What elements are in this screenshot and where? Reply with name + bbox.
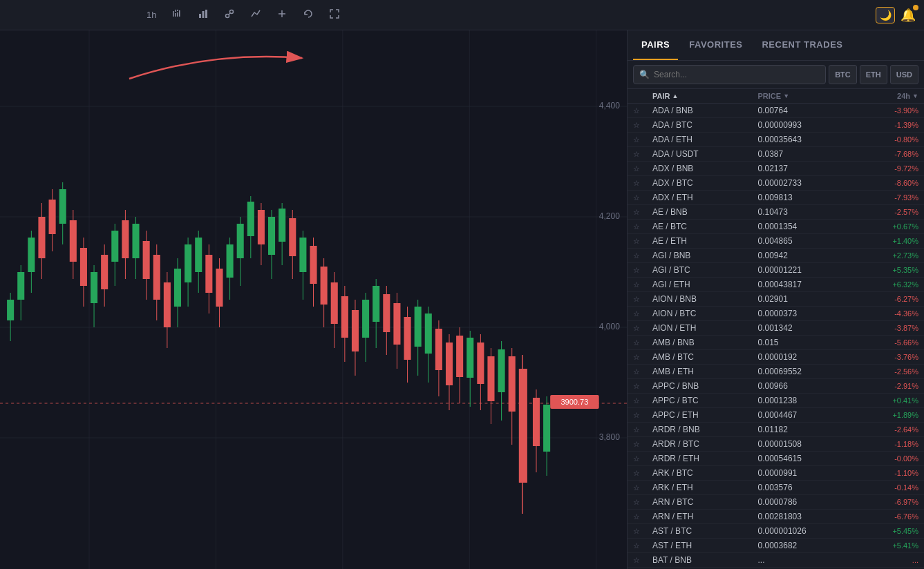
star-icon[interactable]: ☆ [633,541,652,550]
svg-line-11 [229,13,231,15]
table-row[interactable]: ☆ ARDR / BTC 0.00001508 -1.18% [628,437,924,452]
star-icon[interactable]: ☆ [633,266,652,275]
table-row[interactable]: ☆ AGI / BTC 0.00001221 +5.35% [628,263,924,278]
table-row[interactable]: ☆ AE / BNB 0.10473 -2.57% [628,205,924,220]
star-icon[interactable]: ☆ [633,251,652,260]
star-icon[interactable]: ☆ [633,469,652,478]
table-row[interactable]: ☆ APPC / BTC 0.0001238 +0.41% [628,394,924,408]
pair-name: ARDR / ETH [652,454,758,463]
table-row[interactable]: ☆ ARK / ETH 0.003576 -0.14% [628,481,924,495]
table-row[interactable]: ☆ AMB / ETH 0.00069552 -2.56% [628,365,924,379]
theme-toggle-button[interactable]: 🌙 [876,7,895,23]
table-row[interactable]: ☆ ADA / USDT 0.0387 -7.68% [628,147,924,162]
star-icon[interactable]: ☆ [633,425,652,434]
star-icon[interactable]: ☆ [633,222,652,231]
tab-recent-trades[interactable]: RECENT TRADES [753,30,851,60]
price-value: 0.0000373 [758,309,864,318]
eth-filter-btn[interactable]: ETH [860,65,887,84]
change-column-header[interactable]: 24h ▼ [863,92,918,100]
pair-name: AE / BTC [652,222,758,231]
svg-rect-101 [373,286,379,322]
star-icon[interactable]: ☆ [633,309,652,318]
table-row[interactable]: ☆ ARK / BTC 0.0000991 -1.10% [628,466,924,481]
chart-type-btn[interactable] [195,6,211,24]
star-icon[interactable]: ☆ [633,121,652,130]
pair-name: ADA / BTC [652,120,758,130]
star-icon[interactable]: ☆ [633,498,652,507]
price-value: ... [758,555,864,565]
star-icon[interactable]: ☆ [633,150,652,159]
table-row[interactable]: ☆ AION / ETH 0.001342 -3.87% [628,321,924,336]
star-icon[interactable]: ☆ [633,353,652,362]
table-row[interactable]: ☆ AMB / BNB 0.015 -5.66% [628,336,924,350]
table-row[interactable]: ☆ ADX / ETH 0.009813 -7.93% [628,191,924,205]
table-row[interactable]: ☆ ADA / ETH 0.00035643 -0.80% [628,133,924,147]
table-row[interactable]: ☆ ADA / BNB 0.00764 -3.90% [628,104,924,118]
star-icon[interactable]: ☆ [633,512,652,521]
fullscreen-btn[interactable] [326,6,343,24]
star-icon[interactable]: ☆ [633,237,652,246]
star-icon[interactable]: ☆ [633,179,652,188]
change-value: +0.41% [863,396,918,405]
tools-btn[interactable] [274,6,290,24]
svg-rect-131 [533,398,540,446]
timeframe-1h-btn[interactable]: 1h [144,7,159,23]
table-row[interactable]: ☆ BAT / BNB ... ... [628,553,924,568]
table-row[interactable]: ☆ AION / BTC 0.0000373 -4.36% [628,307,924,321]
table-row[interactable]: ☆ AST / ETH 0.0003682 +5.41% [628,539,924,553]
change-value: -8.60% [863,179,918,187]
notification-button[interactable]: 🔔 [901,8,916,23]
svg-rect-87 [299,238,306,272]
star-icon[interactable]: ☆ [633,193,652,202]
compare-btn[interactable] [221,6,238,24]
table-row[interactable]: ☆ AGI / BNB 0.00942 +2.73% [628,249,924,263]
star-icon[interactable]: ☆ [633,454,652,463]
star-icon[interactable]: ☆ [633,324,652,333]
star-icon[interactable]: ☆ [633,483,652,492]
tab-pairs[interactable]: PAIRS [633,30,678,60]
star-icon[interactable]: ☆ [633,556,652,565]
table-row[interactable]: ☆ AION / BNB 0.02901 -6.27% [628,292,924,307]
table-row[interactable]: ☆ AGI / ETH 0.00043817 +6.32% [628,278,924,292]
search-input[interactable] [654,70,820,79]
pair-name: AGI / BNB [652,251,758,260]
table-row[interactable]: ☆ APPC / BNB 0.00966 -2.91% [628,379,924,394]
star-icon[interactable]: ☆ [633,280,652,289]
star-icon[interactable]: ☆ [633,527,652,536]
table-row[interactable]: ☆ ARDR / BNB 0.01182 -2.64% [628,423,924,437]
table-row[interactable]: ☆ APPC / ETH 0.0004467 +1.89% [628,408,924,423]
pair-name: AMB / BTC [652,352,758,362]
star-icon[interactable]: ☆ [633,135,652,144]
change-value: -3.76% [863,353,918,361]
pair-name: AST / BTC [652,526,758,536]
table-row[interactable]: ☆ AE / BTC 0.0001354 +0.67% [628,220,924,234]
star-icon[interactable]: ☆ [633,164,652,173]
btc-filter-btn[interactable]: BTC [829,65,857,84]
star-icon[interactable]: ☆ [633,396,652,405]
star-icon[interactable]: ☆ [633,338,652,347]
table-row[interactable]: ☆ AMB / BTC 0.0000192 -3.76% [628,350,924,365]
table-row[interactable]: ☆ AE / ETH 0.004865 +1.40% [628,234,924,249]
star-icon[interactable]: ☆ [633,382,652,391]
table-row[interactable]: ☆ ADX / BTC 0.00002733 -8.60% [628,176,924,191]
table-row[interactable]: ☆ ADA / BTC 0.00000993 -1.39% [628,118,924,133]
star-icon[interactable]: ☆ [633,208,652,217]
tab-favorites[interactable]: FAVORITES [681,30,751,60]
table-row[interactable]: ☆ ARN / ETH 0.00281803 -6.76% [628,510,924,524]
table-row[interactable]: ☆ ADX / BNB 0.02137 -9.72% [628,162,924,176]
table-row[interactable]: ☆ ARN / BTC 0.0000786 -6.97% [628,495,924,510]
indicator-settings-btn[interactable] [169,6,185,24]
star-icon[interactable]: ☆ [633,440,652,449]
pair-sort-arrow: ▲ [672,93,678,99]
star-icon[interactable]: ☆ [633,367,652,376]
star-icon[interactable]: ☆ [633,106,652,115]
pair-column-header[interactable]: PAIR ▲ [652,92,758,100]
star-icon[interactable]: ☆ [633,295,652,304]
table-row[interactable]: ☆ AST / BTC 0.000001026 +5.45% [628,524,924,539]
draw-line-btn[interactable] [247,6,264,24]
usd-filter-btn[interactable]: USD [890,65,918,84]
table-row[interactable]: ☆ ARDR / ETH 0.00054615 -0.00% [628,452,924,466]
undo-btn[interactable] [300,6,317,24]
price-column-header[interactable]: PRICE ▼ [758,92,864,100]
star-icon[interactable]: ☆ [633,411,652,420]
